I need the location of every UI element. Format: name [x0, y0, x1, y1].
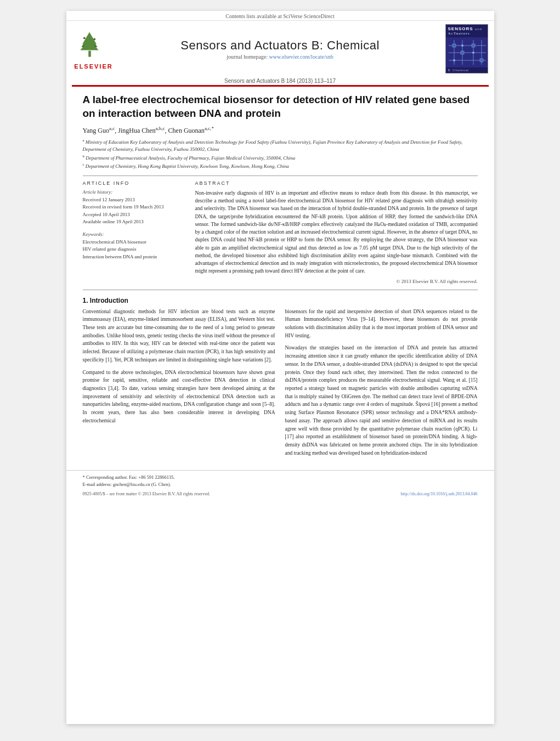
keyword-1: Electrochemical DNA biosensor — [83, 239, 184, 246]
svg-rect-19 — [480, 59, 483, 62]
intro-para-3: biosensors for the rapid and inexpensive… — [285, 308, 478, 340]
sensors-logo-box: SENSORS and AcTuators — [445, 24, 488, 73]
svg-rect-17 — [461, 51, 464, 54]
svg-point-4 — [83, 37, 85, 39]
affiliation-a: a Ministry of Education Key Laboratory o… — [83, 138, 478, 152]
abstract-text: Non-invasive early diagnosis of HIV is a… — [195, 189, 478, 275]
page: Contents lists available at SciVerse Sci… — [66, 11, 494, 724]
intro-title: 1. Introduction — [83, 297, 478, 304]
keywords-section: Keywords: Electrochemical DNA biosensor … — [83, 231, 184, 261]
accepted-date: Accepted 10 April 2013 — [83, 211, 184, 219]
red-divider — [72, 85, 489, 87]
available-date: Available online 19 April 2013 — [83, 218, 184, 226]
doi-link[interactable]: http://dx.doi.org/10.1016/j.snb.2013.04.… — [401, 491, 478, 496]
article-number: Sensors and Actuators B 184 (2013) 113–1… — [66, 77, 494, 85]
body-content: 1. Introduction Conventional diagnostic … — [83, 297, 478, 462]
affiliation-c: c Department of Chemistry, Hong Kong Bap… — [83, 162, 478, 170]
svg-rect-18 — [472, 44, 475, 47]
svg-point-7 — [94, 45, 96, 47]
svg-point-22 — [453, 59, 455, 61]
intro-para-2: Compared to the above technologies, DNA … — [83, 369, 275, 425]
journal-homepage: journal homepage: www.elsevier.com/locat… — [116, 54, 445, 60]
b-chemical-label: B: Chemical — [448, 69, 485, 72]
paper-title: A label-free electrochemical biosensor f… — [83, 93, 478, 120]
elsevier-logo: ELSEVIER — [72, 28, 116, 70]
svg-point-6 — [82, 45, 84, 47]
copyright-line: © 2013 Elsevier B.V. All rights reserved… — [195, 279, 478, 284]
elsevier-text: ELSEVIER — [72, 63, 116, 70]
issn-text: 0925-4005/$ – see front matter © 2013 El… — [83, 491, 211, 496]
sensors-top: SENSORS and AcTuators — [446, 25, 488, 37]
homepage-link[interactable]: www.elsevier.com/locate/snb — [269, 54, 333, 60]
header-body-divider — [83, 176, 478, 176]
journal-title-block: Sensors and Actuators B: Chemical journa… — [116, 38, 445, 60]
footer-line: 0925-4005/$ – see front matter © 2013 El… — [83, 491, 478, 496]
sensors-name-line2: AcTuators — [448, 31, 485, 36]
abstract-body-divider — [83, 290, 478, 290]
svg-point-20 — [461, 44, 463, 47]
sensors-name-line1: SENSORS and — [448, 26, 485, 31]
svg-point-5 — [93, 38, 95, 40]
abstract-column: ABSTRACT Non-invasive early diagnosis of… — [195, 180, 478, 284]
sensors-logo: SENSORS and AcTuators — [445, 24, 489, 73]
intro-para-1: Conventional diagnostic methods for HIV … — [83, 308, 275, 364]
abstract-heading: ABSTRACT — [195, 180, 478, 186]
article-info-abstract: ARTICLE INFO Article history: Received 1… — [83, 180, 478, 284]
sensors-bottom: B: Chemical — [446, 67, 488, 73]
intro-col-left: Conventional diagnostic methods for HIV … — [83, 308, 275, 462]
svg-point-21 — [472, 52, 474, 54]
affiliations: a Ministry of Education Key Laboratory o… — [83, 138, 478, 169]
affiliation-b: b Department of Pharmaceutical Analysis,… — [83, 154, 478, 162]
history-label: Article history: — [83, 189, 184, 195]
top-bar: Contents lists available at SciVerse Sci… — [66, 11, 494, 21]
article-info-column: ARTICLE INFO Article history: Received 1… — [83, 180, 184, 284]
keyword-3: Interaction between DNA and protein — [83, 253, 184, 261]
intro-para-4: Nowadays the strategies based on the int… — [285, 344, 478, 457]
journal-header: ELSEVIER Sensors and Actuators B: Chemic… — [66, 21, 494, 77]
main-content: A label-free electrochemical biosensor f… — [66, 93, 494, 461]
intro-columns: Conventional diagnostic methods for HIV … — [83, 308, 478, 462]
intro-col-right: biosensors for the rapid and inexpensive… — [285, 308, 478, 462]
article-info-heading: ARTICLE INFO — [83, 180, 184, 186]
received-revised-date: Received in revised form 19 March 2013 — [83, 203, 184, 211]
email-note: E-mail address: gnchen@fzu.edu.cn (G. Ch… — [83, 481, 478, 488]
sensors-middle-graphic — [446, 37, 488, 67]
journal-title: Sensors and Actuators B: Chemical — [116, 38, 445, 53]
svg-marker-3 — [80, 39, 98, 50]
keyword-2: HIV related gene diagnosis — [83, 246, 184, 253]
contents-label: Contents lists available at SciVerse Sci… — [225, 13, 335, 19]
svg-rect-16 — [452, 44, 456, 47]
received-date: Received 12 January 2013 — [83, 196, 184, 204]
svg-rect-0 — [88, 51, 91, 57]
page-footer: * Corresponding author. Fax: +86 591 228… — [66, 470, 494, 501]
corresponding-note: * Corresponding author. Fax: +86 591 228… — [83, 474, 478, 481]
keywords-label: Keywords: — [83, 231, 184, 237]
authors: Yang Guoa,c, JingHua Chena,b,c, Chen Guo… — [83, 126, 478, 135]
